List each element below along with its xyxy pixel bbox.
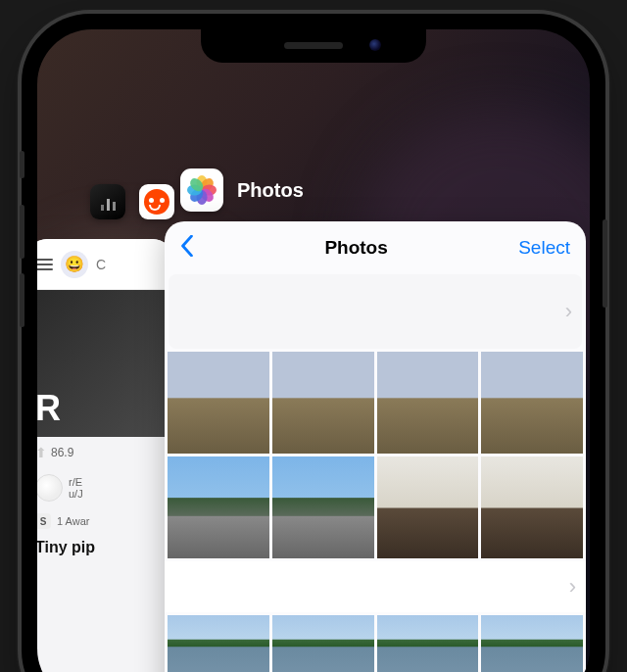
screen: Photos 😀 C R ⬆ 86.9 r/E u/J xyxy=(37,29,590,672)
reddit-vote-row: ⬆ 86.9 xyxy=(37,437,172,468)
photos-icon xyxy=(186,174,217,206)
switcher-card-reddit[interactable]: 😀 C R ⬆ 86.9 r/E u/J S 1 Awar Tiny xyxy=(37,239,172,672)
subreddit-avatar-icon[interactable] xyxy=(37,474,63,502)
reddit-hero-letter: R xyxy=(37,388,61,429)
volume-down-button[interactable] xyxy=(20,273,24,327)
photos-grid xyxy=(165,349,586,561)
chevron-left-icon xyxy=(180,235,194,257)
mute-switch[interactable] xyxy=(20,151,24,178)
speaker-grille xyxy=(284,42,343,49)
iphone-frame: Photos 😀 C R ⬆ 86.9 r/E u/J xyxy=(22,14,605,672)
photo-thumbnail[interactable] xyxy=(168,352,269,454)
notch xyxy=(201,29,426,63)
reddit-search-fragment: C xyxy=(96,257,106,272)
photo-thumbnail[interactable] xyxy=(168,456,269,558)
reddit-post-title: Tiny pip xyxy=(37,535,172,560)
photo-thumbnail[interactable] xyxy=(168,615,269,673)
photos-section-header[interactable]: › xyxy=(169,274,582,349)
photo-thumbnail[interactable] xyxy=(272,352,374,454)
switcher-header-photos: Photos xyxy=(180,168,304,212)
photo-thumbnail[interactable] xyxy=(481,456,583,558)
chevron-right-icon: › xyxy=(569,574,576,600)
switcher-card-photos[interactable]: Photos Select › › xyxy=(165,221,586,672)
photos-grid xyxy=(165,612,586,673)
background-app-icon xyxy=(90,184,125,219)
photo-thumbnail[interactable] xyxy=(481,352,583,454)
subreddit-line: r/E xyxy=(69,476,83,488)
photos-nav-title: Photos xyxy=(324,237,387,259)
photo-thumbnail[interactable] xyxy=(481,615,583,673)
chevron-right-icon: › xyxy=(565,299,572,324)
user-line: u/J xyxy=(69,488,83,500)
switcher-header-reddit xyxy=(90,184,174,219)
volume-up-button[interactable] xyxy=(20,205,24,259)
photo-thumbnail[interactable] xyxy=(272,456,374,558)
back-button[interactable] xyxy=(180,235,194,261)
photo-thumbnail[interactable] xyxy=(377,352,479,454)
photo-thumbnail[interactable] xyxy=(272,615,374,673)
reddit-app-icon xyxy=(139,184,174,219)
upvote-count: 86.9 xyxy=(51,446,73,459)
photo-thumbnail[interactable] xyxy=(377,456,479,558)
photos-navbar: Photos Select xyxy=(165,221,586,274)
photo-thumbnail[interactable] xyxy=(377,615,479,673)
photos-section-header[interactable]: › xyxy=(165,561,586,612)
select-button[interactable]: Select xyxy=(518,237,570,259)
upvote-icon[interactable]: ⬆ xyxy=(37,445,47,460)
award-badge-icon: S xyxy=(37,513,51,529)
reddit-post-meta: r/E u/J xyxy=(37,468,172,507)
front-camera xyxy=(369,39,381,51)
reddit-header: 😀 C xyxy=(37,239,172,290)
photos-app-label: Photos xyxy=(237,179,304,202)
power-button[interactable] xyxy=(603,219,607,308)
reddit-post-image[interactable]: R xyxy=(37,290,172,437)
hamburger-icon[interactable] xyxy=(37,259,53,270)
reddit-award-row: S 1 Awar xyxy=(37,507,172,535)
reddit-icon xyxy=(144,189,169,215)
award-text: 1 Awar xyxy=(57,515,89,527)
photos-app-icon xyxy=(180,168,223,212)
reddit-avatar-icon[interactable]: 😀 xyxy=(61,251,88,278)
